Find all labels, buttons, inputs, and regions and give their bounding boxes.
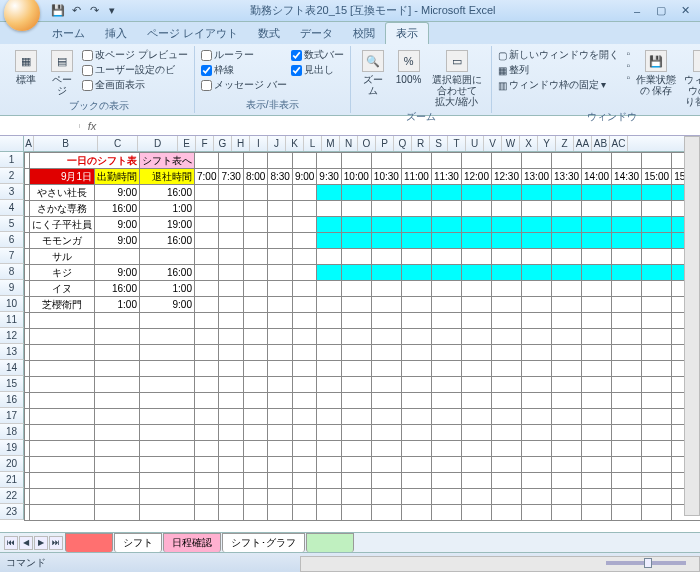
column-headers[interactable]: ABCDEFGHIJKLMNOPQRSTUVWXYZAAABAC (24, 136, 700, 152)
fx-icon[interactable]: fx (80, 120, 104, 132)
sheet-tab[interactable] (65, 533, 113, 552)
save-icon[interactable]: 💾 (50, 3, 66, 19)
page-view-button[interactable]: ▤ページ (46, 48, 78, 98)
sheet-tab[interactable]: シフト (114, 533, 162, 552)
saveworkspace-button[interactable]: 💾作業状態の 保存 (634, 48, 678, 98)
newwindow-button[interactable]: ▢ 新しいウィンドウを開く (498, 48, 619, 62)
quick-access-toolbar: 💾 ↶ ↷ ▾ (50, 3, 120, 19)
worksheet[interactable]: ABCDEFGHIJKLMNOPQRSTUVWXYZAAABAC 1234567… (0, 136, 700, 532)
select-all-corner[interactable] (0, 136, 24, 152)
ribbon: ▦標準 ▤ページ 改ページ プレビュー ユーザー設定のビ 全画面表示 ブックの表… (0, 44, 700, 116)
grid[interactable]: 一日のシフト表シフト表へ9月1日出勤時間退社時間7:007:308:008:30… (24, 152, 700, 532)
titlebar: 💾 ↶ ↷ ▾ 勤務シフト表20_15 [互換モード] - Microsoft … (0, 0, 700, 22)
name-box[interactable] (0, 124, 80, 128)
sheet-tab[interactable]: 日程確認 (163, 533, 221, 552)
pagebreak-checkbox[interactable]: 改ページ プレビュー (82, 48, 188, 62)
close-button[interactable]: ✕ (674, 3, 696, 19)
zoom100-button[interactable]: %100% (393, 48, 425, 87)
tab-home[interactable]: ホーム (42, 23, 95, 44)
restore-button[interactable]: ▢ (650, 3, 672, 19)
zoom-button[interactable]: 🔍ズーム (357, 48, 389, 98)
sheet-tab-bar: ⏮ ◀ ▶ ⏭ シフト 日程確認 シフト･グラフ (0, 532, 700, 552)
tab-insert[interactable]: 挿入 (95, 23, 137, 44)
qat-dropdown-icon[interactable]: ▾ (104, 3, 120, 19)
freezepanes-button[interactable]: ▥ ウィンドウ枠の固定 ▾ (498, 78, 619, 92)
tab-data[interactable]: データ (290, 23, 343, 44)
ribbon-tabs: ホーム 挿入 ページ レイアウト 数式 データ 校閲 表示 (0, 22, 700, 44)
tab-nav-first[interactable]: ⏮ (4, 536, 18, 550)
customview-checkbox[interactable]: ユーザー設定のビ (82, 63, 188, 77)
fullscreen-checkbox[interactable]: 全画面表示 (82, 78, 188, 92)
gridlines-checkbox[interactable]: 枠線 (201, 63, 287, 77)
minimize-button[interactable]: – (626, 3, 648, 19)
window-title: 勤務シフト表20_15 [互換モード] - Microsoft Excel (120, 3, 626, 18)
msgbar-checkbox[interactable]: メッセージ バー (201, 78, 287, 92)
status-mode: コマンド (6, 556, 46, 570)
vertical-scrollbar[interactable] (684, 136, 700, 516)
tab-view[interactable]: 表示 (385, 22, 429, 44)
ruler-checkbox[interactable]: ルーラー (201, 48, 287, 62)
sheet-tab[interactable] (306, 533, 354, 552)
tab-nav-prev[interactable]: ◀ (19, 536, 33, 550)
headings-checkbox[interactable]: 見出し (291, 63, 344, 77)
sheet-tab[interactable]: シフト･グラフ (222, 533, 305, 552)
arrange-button[interactable]: ▦ 整列 (498, 63, 619, 77)
tab-pagelayout[interactable]: ページ レイアウト (137, 23, 248, 44)
row-headers[interactable]: 1234567891011121314151617181920212223 (0, 152, 24, 520)
tab-review[interactable]: 校閲 (343, 23, 385, 44)
switchwindow-button[interactable]: ▭ウィンドウの 切り替え ▾ (682, 48, 700, 109)
undo-icon[interactable]: ↶ (68, 3, 84, 19)
formulabar-checkbox[interactable]: 数式バー (291, 48, 344, 62)
tab-nav-next[interactable]: ▶ (34, 536, 48, 550)
zoomselection-button[interactable]: ▭選択範囲に合わせて 拡大/縮小 (429, 48, 485, 109)
redo-icon[interactable]: ↷ (86, 3, 102, 19)
tab-formulas[interactable]: 数式 (248, 23, 290, 44)
normal-view-button[interactable]: ▦標準 (10, 48, 42, 87)
tab-nav-last[interactable]: ⏭ (49, 536, 63, 550)
